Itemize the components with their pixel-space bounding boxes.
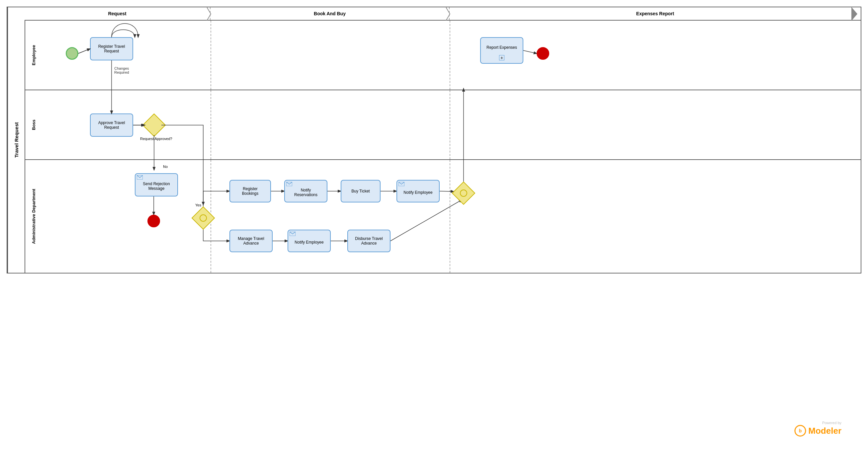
bizagi-logo-icon: b — [794, 425, 806, 437]
svg-line-2 — [523, 51, 537, 54]
gateway-inclusive-end — [454, 183, 473, 203]
task-send-rejection-message[interactable]: Send Rejection Message — [135, 173, 178, 196]
label-no-admin: No — [163, 165, 168, 169]
label-yes: Yes — [195, 203, 201, 207]
task-notify-employee-2[interactable]: Notify Employee — [287, 230, 331, 252]
gateway-request-approved — [144, 115, 164, 135]
start-event — [66, 47, 79, 60]
footer: Powered by b Modeler — [794, 421, 841, 437]
task-register-bookings[interactable]: Register Bookings — [229, 180, 271, 202]
task-buy-ticket[interactable]: Buy Ticket — [341, 180, 380, 202]
end-event-employee — [537, 47, 549, 60]
pool-label: Travel Request — [7, 7, 25, 273]
task-report-expenses[interactable]: Report Expenses + — [480, 37, 523, 64]
gateway-inclusive-yes — [193, 208, 213, 228]
svg-line-15 — [391, 200, 462, 241]
task-manage-travel-advance[interactable]: Manage Travel Advance — [229, 230, 273, 252]
lane-label-employee: Employee — [25, 21, 42, 90]
col-header-bookbuy: Book And Buy — [211, 7, 450, 20]
svg-text:b: b — [799, 428, 802, 433]
svg-marker-0 — [851, 7, 857, 21]
lane-boss: Boss Approve Travel Request — [25, 90, 861, 160]
end-event-admin — [148, 215, 160, 227]
task-notify-reservations[interactable]: Notify Reservations — [284, 180, 328, 202]
arrows-employee — [42, 21, 861, 90]
col-header-request: Request — [25, 7, 211, 20]
svg-line-1 — [79, 49, 90, 54]
task-disburse-travel-advance[interactable]: Disburse Travel Advance — [347, 230, 391, 252]
lane-label-boss: Boss — [25, 90, 42, 159]
lane-employee: Employee Register Travel Request Changes… — [25, 21, 861, 90]
task-register-travel-request[interactable]: Register Travel Request — [90, 37, 133, 60]
task-notify-employee-1[interactable]: Notify Employee — [397, 180, 440, 202]
task-approve-travel-request[interactable]: Approve Travel Request — [90, 114, 133, 137]
lane-admin: Administrative Department No — [25, 160, 861, 273]
label-changes-required: Changes Required — [114, 66, 129, 74]
label-request-approved: Request Approved? — [140, 137, 172, 141]
col-header-expenses: Expenses Report — [450, 7, 861, 20]
powered-by-label: Powered by — [794, 421, 841, 425]
lane-label-admin: Administrative Department — [25, 160, 42, 273]
modeler-brand-label: Modeler — [808, 426, 841, 436]
